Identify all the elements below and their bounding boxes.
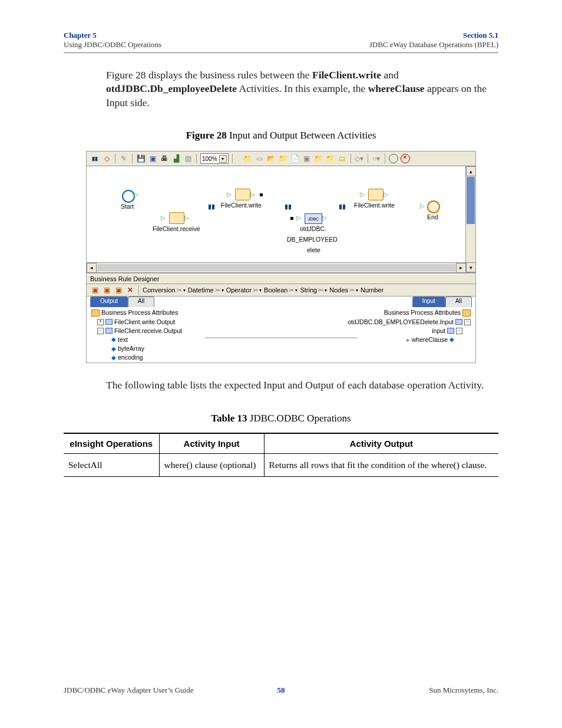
- collapse-icon[interactable]: -: [456, 328, 462, 334]
- jdbc-label-3: elete: [307, 246, 320, 253]
- jdbc-node[interactable]: JDBC: [305, 213, 322, 224]
- figure-28-screenshot: ▮▮ ◇ ✎ 💾 ▣ 🖶 ▟ ▤ 100%▾ 📁 ▭ 📂 📁 📄 ▣ 📁 📁 🗂…: [86, 151, 476, 363]
- bt-glyph-1: ▮▮: [208, 203, 215, 210]
- col-operations-header: eInsight Operations: [64, 433, 159, 454]
- save-icon[interactable]: 💾: [136, 154, 146, 163]
- scroll-up-icon[interactable]: ▴: [466, 166, 476, 176]
- jdbc-label-2: DB_EMPLOYEED: [287, 236, 338, 243]
- print-icon[interactable]: 🖶: [160, 154, 169, 163]
- wait-activity-icon[interactable]: ▣: [302, 154, 312, 163]
- bpel-toolbar: ▮▮ ◇ ✎ 💾 ▣ 🖶 ▟ ▤ 100%▾ 📁 ▭ 📂 📁 📄 ▣ 📁 📁 🗂…: [87, 151, 475, 166]
- receive-in-arrow: ▷: [161, 215, 166, 221]
- bt-glyph-3: ▮▮: [339, 203, 346, 210]
- folder-icon: [91, 309, 100, 317]
- assign-activity-icon[interactable]: 📄: [290, 154, 300, 163]
- jdbc-odbc-operations-table: eInsight Operations Activity Input Activ…: [64, 433, 498, 477]
- write2-label: FileClient.write: [354, 202, 395, 209]
- end-node[interactable]: [427, 200, 440, 213]
- boolean-menu[interactable]: Boolean ✂ ▾: [264, 286, 297, 294]
- brd-tool-icon-1[interactable]: ▣: [90, 285, 100, 295]
- diamond-icon: ◆: [111, 354, 116, 363]
- chevron-down-icon[interactable]: ▾: [219, 155, 227, 163]
- conversion-menu[interactable]: Conversion ✂ ▾: [143, 286, 186, 294]
- brd-tool-icon-3[interactable]: ▣: [114, 285, 123, 295]
- chapter-subtitle: Using JDBC/ODBC Operations: [64, 40, 161, 50]
- reply-activity-icon[interactable]: 📁: [279, 154, 288, 163]
- diamond-icon: ◆: [111, 335, 116, 344]
- code-icon[interactable]: ◇: [102, 154, 111, 163]
- write2-out-arrow: ▷: [384, 191, 388, 197]
- write1-in-arrow: ▷: [227, 191, 232, 197]
- node-icon: [455, 319, 462, 325]
- receive-node[interactable]: [169, 212, 184, 224]
- scroll-down-icon[interactable]: ▾: [466, 262, 476, 272]
- activity-icon[interactable]: ▭: [255, 154, 265, 163]
- footer-company: Sun Microsytems, Inc.: [429, 686, 498, 695]
- mapping-link: [204, 308, 358, 355]
- number-menu[interactable]: Number: [361, 286, 384, 294]
- compensate-activity-icon[interactable]: 🗂: [338, 154, 347, 163]
- input-tree[interactable]: Business Process Attributes otdJDBC.DB_E…: [348, 308, 471, 344]
- expand-icon[interactable]: +: [97, 319, 104, 325]
- empty-activity-icon[interactable]: 📁: [326, 154, 335, 163]
- footer-doc-title: JDBC/ODBC eWay Adapter User’s Guide: [64, 686, 193, 695]
- save-all-icon[interactable]: ▣: [148, 154, 157, 163]
- operator-menu[interactable]: Operator ✂ ▾: [226, 286, 262, 294]
- table-13-caption: Table 13 JDBC.ODBC Operations: [0, 413, 562, 424]
- output-tab[interactable]: Output: [90, 297, 128, 307]
- start-node[interactable]: [122, 190, 135, 203]
- bt-icon[interactable]: ▮▮: [90, 154, 100, 163]
- validate-icon[interactable]: [389, 154, 398, 163]
- zoom-combo[interactable]: 100%▾: [200, 153, 229, 164]
- start-label: Start: [121, 203, 134, 210]
- header-divider: [64, 52, 498, 53]
- write1-out-arrow: ▷: [250, 191, 255, 197]
- throw-activity-icon[interactable]: 📁: [314, 154, 323, 163]
- horizontal-scrollbar[interactable]: ◂ ▸: [87, 262, 466, 272]
- cell-input: where() clause (optional): [159, 454, 264, 477]
- end-label: End: [427, 213, 438, 220]
- error-icon[interactable]: ✕: [401, 154, 410, 163]
- decision-icon[interactable]: ◇▾: [355, 154, 364, 163]
- scroll-right-icon[interactable]: ▸: [456, 263, 466, 273]
- string-menu[interactable]: String ✂ ▾: [300, 286, 327, 294]
- scroll-left-icon[interactable]: ◂: [87, 263, 97, 273]
- layout-icon[interactable]: ▤: [183, 154, 193, 163]
- wrench-icon[interactable]: ✎: [119, 154, 128, 163]
- jdbc-in-arrow: ▷: [296, 215, 301, 221]
- node-icon: [105, 328, 113, 334]
- page-header: Chapter 5 Using JDBC/ODBC Operations Sec…: [0, 0, 562, 50]
- scope-icon[interactable]: ○▾: [372, 154, 381, 163]
- all-tab-left[interactable]: All: [128, 297, 154, 307]
- page-number: 58: [277, 686, 285, 695]
- table-intro-paragraph: The following table lists the expected I…: [106, 378, 498, 393]
- brd-mapper[interactable]: Output All Input All Business Process At…: [87, 297, 475, 363]
- write1-node[interactable]: [235, 189, 250, 200]
- collapse-icon[interactable]: -: [464, 319, 471, 325]
- scroll-thumb[interactable]: [467, 177, 475, 224]
- write2-node[interactable]: [368, 189, 384, 200]
- invoke-activity-icon[interactable]: 📂: [267, 154, 276, 163]
- node-icon: [105, 319, 113, 325]
- brd-tool-icon-2[interactable]: ▣: [102, 285, 111, 295]
- receive-activity-icon[interactable]: 📁: [243, 154, 253, 163]
- datetime-menu[interactable]: Datetime ✂ ▾: [188, 286, 224, 294]
- vertical-scrollbar[interactable]: ▴ ▾: [465, 166, 475, 272]
- collapse-icon[interactable]: -: [97, 328, 104, 334]
- input-tab[interactable]: Input: [412, 297, 445, 307]
- output-tree[interactable]: Business Process Attributes +FileClient.…: [91, 308, 182, 362]
- section-subtitle: JDBC eWay Database Operations (BPEL): [369, 40, 498, 50]
- start-out-arrow: ▷: [134, 191, 138, 197]
- receive-out-arrow: ▷: [184, 215, 189, 221]
- chapter-label: Chapter 5: [64, 31, 161, 40]
- bt-glyph-2: ▮▮: [285, 203, 292, 210]
- delete-icon[interactable]: ✕: [125, 285, 135, 295]
- receive-label: FileClient.receive: [153, 225, 200, 232]
- col-input-header: Activity Input: [159, 433, 264, 454]
- figure-28-caption: Figure 28 Input and Output Between Activ…: [0, 130, 562, 141]
- nodes-menu[interactable]: Nodes ✂ ▾: [329, 286, 358, 294]
- write1-label: FileClient.write: [221, 202, 262, 209]
- align-icon[interactable]: ▟: [171, 154, 181, 163]
- all-tab-right[interactable]: All: [445, 297, 472, 307]
- bpel-canvas[interactable]: ▷ Start ▷ ▷ FileClient.receive ▮▮ ▷ ▷ Fi…: [87, 166, 475, 274]
